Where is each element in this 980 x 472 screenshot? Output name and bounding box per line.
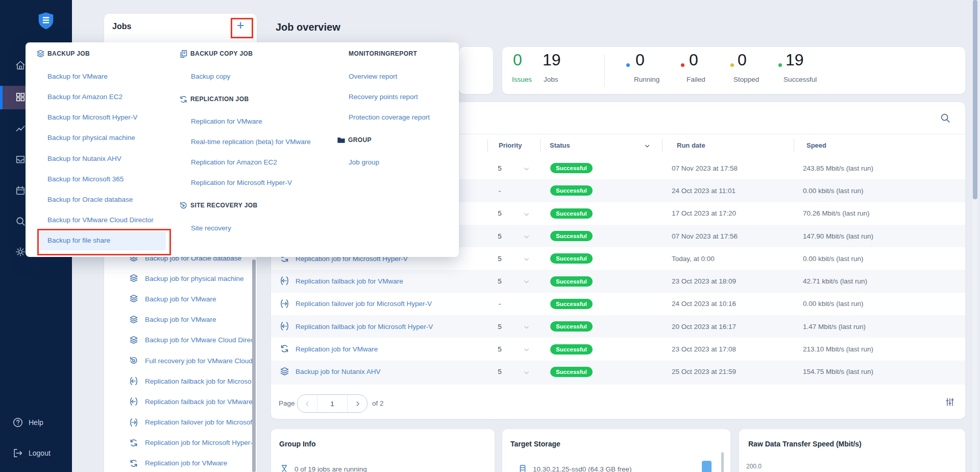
failback-job-icon: [279, 321, 290, 332]
page-scrollbar-track[interactable]: [973, 0, 977, 472]
status-badge: Successful: [550, 231, 593, 241]
table-row[interactable]: Backup job for Nutanix AHV5Successful25 …: [271, 361, 965, 383]
jobs-list-item-label: Backup job for physical machine: [145, 275, 244, 282]
failed-count: 0: [689, 51, 698, 69]
menu-item[interactable]: Replication for Amazon EC2: [191, 152, 277, 173]
priority-chevron-icon[interactable]: [523, 165, 530, 172]
hourglass-icon: [279, 464, 289, 472]
priority-chevron-icon[interactable]: [523, 323, 530, 330]
jobs-list-item[interactable]: Backup job for physical machine: [104, 268, 257, 289]
replication-job-icon: [179, 95, 188, 104]
jobs-list-item[interactable]: Replication job for VMware: [104, 453, 257, 472]
menu-item[interactable]: Backup for Amazon EC2: [47, 87, 122, 107]
logout-label: Logout: [29, 449, 51, 457]
speed-value: 243.85 Mbit/s (last run): [803, 157, 873, 179]
speed-value: 0.00 kbit/s (last run): [803, 247, 864, 270]
jobs-panel-scrollbar[interactable]: [252, 259, 256, 472]
jobs-list-item[interactable]: Backup job for VMware Cloud Direc: [104, 330, 257, 350]
stopped-count: 0: [738, 51, 747, 69]
priority-value: 5: [494, 247, 505, 270]
job-name-link[interactable]: Replication failover job for Microsoft H…: [296, 293, 432, 315]
table-row[interactable]: Replication failback job for Microsoft H…: [271, 315, 965, 338]
page-scrollbar-thumb[interactable]: [973, 0, 977, 199]
menu-item[interactable]: Protection coverage report: [349, 107, 430, 128]
search-icon[interactable]: [940, 112, 951, 124]
menu-item[interactable]: Backup for Microsoft Hyper-V: [47, 107, 137, 128]
menu-item[interactable]: Backup for VMware: [47, 66, 108, 87]
table-row[interactable]: Replication failback job for VMware5Succ…: [271, 270, 965, 292]
run-date-value: 24 Oct 2023 at 11:01: [672, 179, 736, 202]
target-storage-item[interactable]: 10.30.21.25-ssd0 (64.3 GB free): [533, 465, 632, 472]
status-filter-chevron-icon[interactable]: [644, 143, 651, 150]
speed-value: 213.10 Mbit/s (last run): [803, 338, 873, 360]
priority-chevron-icon[interactable]: [523, 210, 530, 217]
status-header[interactable]: Status: [550, 141, 570, 149]
prev-page-button[interactable]: [298, 395, 317, 412]
run-date-header[interactable]: Run date: [677, 141, 705, 149]
speed-value: 147.90 Mbit/s (last run): [803, 225, 873, 247]
menu-item[interactable]: Replication for Microsoft Hyper-V: [191, 173, 292, 193]
job-name-link[interactable]: Replication failback job for Microsoft H…: [296, 315, 433, 338]
speed-value: 0.00 kbit/s (last run): [803, 293, 864, 315]
group-info-title: Group Info: [279, 440, 316, 448]
help-button[interactable]: Help: [12, 417, 43, 428]
menu-item[interactable]: Backup for VMware Cloud Director: [47, 210, 154, 230]
menu-item[interactable]: Real-time replication (beta) for VMware: [191, 132, 311, 152]
priority-chevron-icon[interactable]: [523, 278, 530, 285]
menu-item[interactable]: Overview report: [349, 66, 397, 87]
menu-item[interactable]: Backup for Nutanix AHV: [47, 149, 121, 169]
priority-chevron-icon[interactable]: [523, 369, 530, 375]
priority-chevron-icon[interactable]: [523, 346, 530, 352]
status-badge: Successful: [550, 276, 593, 287]
jobs-list-item[interactable]: Replication failback job for VMware: [104, 391, 257, 412]
help-icon: [12, 417, 23, 428]
menu-item[interactable]: Backup copy: [191, 66, 230, 87]
table-settings-sliders-icon[interactable]: [945, 397, 955, 407]
jobs-list-item[interactable]: Backup job for VMware: [104, 310, 257, 330]
table-row[interactable]: Replication failover job for Microsoft H…: [271, 293, 965, 315]
job-name-link[interactable]: Replication failback job for VMware: [296, 270, 403, 292]
speed-value: 70.26 Mbit/s (last run): [803, 202, 870, 225]
status-badge: Successful: [550, 344, 593, 355]
column-divider: [487, 139, 488, 152]
pagination-control: [297, 394, 368, 413]
job-name-link[interactable]: Backup job for Nutanix AHV: [296, 361, 381, 383]
priority-header[interactable]: Priority: [499, 141, 522, 149]
run-date-value: 25 Oct 2023 at 21:59: [672, 361, 736, 383]
jobs-list-item-label: Replication failover job for Microsof: [145, 418, 252, 426]
jobs-list-item[interactable]: Backup job for VMware: [104, 289, 257, 309]
copy-job-icon: [179, 49, 188, 59]
jobs-panel-title: Jobs: [112, 22, 131, 31]
menu-item[interactable]: Backup for Microsoft 365: [47, 169, 124, 190]
menu-item[interactable]: Site recovery: [191, 218, 231, 239]
menu-item[interactable]: Job group: [349, 152, 379, 173]
logout-button[interactable]: Logout: [12, 447, 51, 459]
run-date-value: 23 Oct 2023 at 18:09: [672, 270, 736, 292]
failback-job-icon: [279, 275, 290, 286]
jobs-list-item[interactable]: Full recovery job for VMware Cloud: [104, 350, 257, 371]
menu-item[interactable]: Recovery points report: [349, 87, 418, 107]
jobs-list-item[interactable]: Replication job for Microsoft Hyper-: [104, 433, 257, 453]
next-page-button[interactable]: [348, 395, 367, 412]
status-badge: Successful: [550, 321, 593, 332]
group-info-status: 0 of 19 jobs are running: [295, 465, 367, 472]
target-storage-scrollbar[interactable]: [721, 452, 724, 472]
priority-value: 5: [494, 157, 505, 179]
target-storage-card: Target Storage 10.30.21.25-ssd0 (64.3 GB…: [502, 429, 730, 472]
page-input[interactable]: [317, 395, 348, 412]
menu-item[interactable]: Backup for Oracle database: [47, 190, 133, 210]
table-row[interactable]: Replication job for VMware5Successful23 …: [271, 338, 965, 360]
job-name-link[interactable]: Replication job for VMware: [296, 338, 378, 360]
run-date-value: 20 Oct 2023 at 16:17: [672, 315, 736, 338]
column-divider: [794, 139, 794, 152]
priority-chevron-icon[interactable]: [523, 255, 530, 262]
jobs-list-item[interactable]: Replication failback job for Microso: [104, 371, 257, 391]
site-recovery-job-icon: [179, 201, 188, 210]
jobs-list-item-label: Replication job for VMware: [145, 459, 227, 467]
jobs-list-item[interactable]: Replication failover job for Microsof: [104, 412, 257, 433]
menu-item[interactable]: Backup for physical machine: [47, 128, 135, 148]
priority-chevron-icon[interactable]: [523, 233, 530, 240]
menu-item[interactable]: Replication for VMware: [191, 111, 262, 132]
menu-section-header: REPLICATION JOB: [179, 93, 249, 105]
speed-header[interactable]: Speed: [806, 141, 826, 149]
